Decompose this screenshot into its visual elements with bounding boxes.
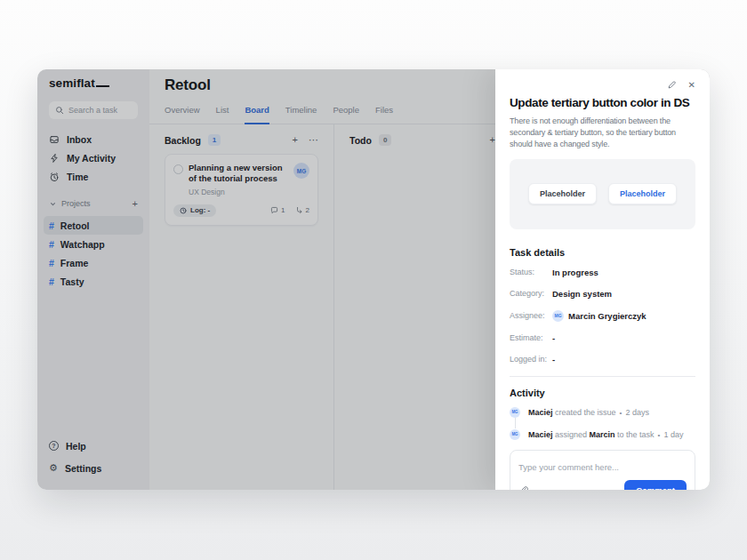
- comment-input[interactable]: [518, 462, 687, 472]
- detail-row-assignee: Assignee: MG Marcin Grygierczyk: [510, 310, 695, 322]
- detail-row-category: Category: Design system: [510, 289, 695, 299]
- detail-label: Assignee:: [510, 311, 552, 320]
- activity-avatar: MG: [510, 429, 520, 440]
- attachment-preview: Placeholder Placeholder: [510, 159, 695, 229]
- bullet-separator: •: [620, 409, 622, 417]
- activity-item: MG Maciej created the issue•2 days: [510, 407, 695, 418]
- activity-time: 2 days: [625, 408, 649, 417]
- detail-row-logged: Logged in: -: [510, 355, 695, 364]
- activity-action: assigned: [553, 430, 590, 439]
- activity-heading: Activity: [510, 388, 695, 398]
- bullet-separator: •: [658, 431, 661, 439]
- task-details-heading: Task details: [510, 247, 695, 258]
- attach-file-button[interactable]: [518, 485, 528, 490]
- detail-row-status: Status: In progress: [510, 268, 695, 277]
- category-value: Design system: [552, 289, 612, 299]
- activity-avatar: MG: [510, 407, 520, 418]
- panel-actions: ✕: [667, 80, 695, 90]
- comment-submit-button[interactable]: Comment: [624, 480, 687, 490]
- activity-action: created the issue: [553, 408, 616, 417]
- logged-value: -: [552, 355, 555, 364]
- assignee-avatar: MG: [552, 310, 564, 322]
- detail-label: Status:: [510, 268, 552, 276]
- close-button[interactable]: ✕: [688, 81, 695, 90]
- activity-actor: Maciej: [528, 430, 553, 439]
- task-detail-panel: ✕ Update tertiary button color in DS The…: [495, 69, 710, 490]
- preview-tertiary-button[interactable]: Placeholder: [608, 183, 677, 204]
- activity-feed: MG Maciej created the issue•2 days MG Ma…: [510, 407, 695, 440]
- activity-item: MG Maciej assigned Marcin to the task•1 …: [510, 429, 695, 440]
- task-title: Update tertiary button color in DS: [510, 96, 695, 109]
- pencil-icon: [667, 80, 677, 90]
- edit-button[interactable]: [667, 80, 677, 90]
- status-value: In progress: [552, 268, 598, 277]
- activity-time: 1 day: [663, 430, 683, 439]
- comment-composer[interactable]: Comment: [510, 450, 695, 490]
- detail-label: Estimate:: [510, 333, 552, 342]
- assignee-value: MG Marcin Grygierczyk: [552, 310, 647, 322]
- detail-label: Category:: [510, 289, 552, 298]
- task-details: Status: In progress Category: Design sys…: [510, 268, 695, 364]
- app-window: semiflat Inbox My Activity: [37, 69, 710, 490]
- activity-target: Marcin: [590, 430, 615, 439]
- activity-actor: Maciej: [528, 408, 553, 417]
- detail-label: Logged in:: [510, 355, 552, 364]
- assignee-name: Marcin Grygierczyk: [568, 311, 647, 321]
- task-description: There is not enough differentiation betw…: [510, 116, 695, 150]
- preview-secondary-button[interactable]: Placeholder: [528, 183, 597, 204]
- paperclip-icon: [518, 485, 528, 490]
- detail-row-estimate: Estimate: -: [510, 333, 695, 343]
- section-divider: [510, 376, 695, 377]
- estimate-value: -: [552, 333, 555, 343]
- activity-action-tail: to the task: [615, 430, 655, 439]
